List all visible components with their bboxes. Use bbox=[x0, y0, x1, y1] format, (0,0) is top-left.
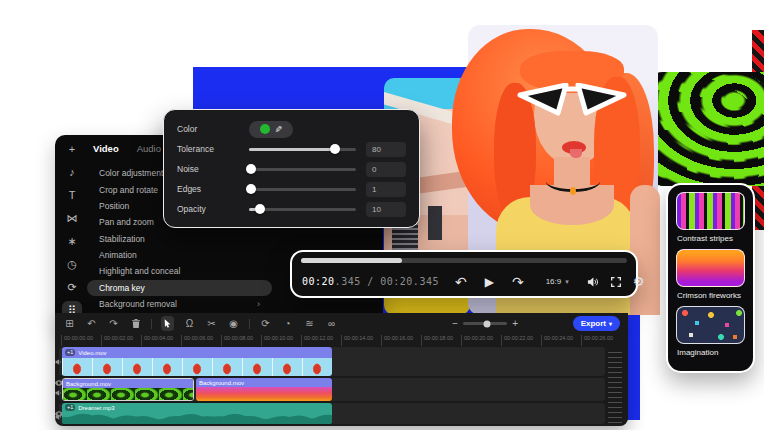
slider-rows: Tolerance80Noise0Edges1Opacity10 bbox=[177, 139, 406, 219]
sidebar-item-label: Stabilization bbox=[99, 234, 145, 244]
slider-thumb[interactable] bbox=[255, 204, 265, 214]
noise-slider[interactable] bbox=[249, 168, 356, 171]
slider-value[interactable]: 1 bbox=[366, 182, 406, 197]
add-to-timeline-icon[interactable]: ⊞ bbox=[63, 316, 76, 331]
mute-track-icon[interactable] bbox=[55, 351, 62, 369]
zoom-in-icon[interactable]: + bbox=[512, 318, 518, 329]
slider-thumb[interactable] bbox=[330, 144, 340, 154]
select-tool-icon[interactable] bbox=[161, 316, 174, 331]
zoom-slider[interactable] bbox=[463, 322, 507, 325]
clip-label: Video.mov bbox=[78, 350, 106, 356]
mute-track-icon[interactable] bbox=[55, 382, 62, 400]
audio-levels-icon[interactable]: ≋ bbox=[303, 316, 316, 331]
slider-label: Opacity bbox=[177, 204, 249, 214]
zoom-out-icon[interactable]: − bbox=[452, 318, 458, 329]
model-pendant bbox=[570, 187, 576, 195]
slider-value[interactable]: 80 bbox=[366, 142, 406, 157]
ruler-timestamp: 00:00:12.00 bbox=[301, 335, 341, 346]
clip-filmstrip bbox=[196, 387, 332, 401]
sidebar-item-chroma-key[interactable]: Chroma key bbox=[87, 280, 272, 296]
chevron-down-icon: ▾ bbox=[565, 278, 569, 286]
effect-card-imagination[interactable]: Imagination bbox=[676, 306, 745, 357]
effects-panel: Contrast stripesCrimson fireworksImagina… bbox=[666, 183, 755, 373]
text-icon[interactable]: T bbox=[62, 186, 82, 204]
color-swatch[interactable] bbox=[260, 124, 270, 134]
clip-header: +1 Dreamer.mp3 bbox=[62, 403, 332, 412]
effects-icon[interactable]: ∗ bbox=[62, 232, 82, 250]
transitions-icon[interactable]: ⋈ bbox=[62, 209, 82, 227]
time-display: 00:20.345 / 00:20.345 bbox=[302, 276, 439, 287]
audio-clip[interactable]: +1 Dreamer.mp3 bbox=[62, 403, 332, 424]
building-window bbox=[428, 206, 442, 240]
redo-icon[interactable]: ↷ bbox=[107, 316, 120, 331]
clip-label: Background.mov bbox=[199, 380, 244, 386]
marker-icon[interactable]: ◉ bbox=[227, 316, 240, 331]
sidebar-item-label: Animation bbox=[99, 250, 137, 260]
delete-icon[interactable] bbox=[129, 316, 142, 331]
marketing-composition: +♪T⋈∗◷⟳⠿ VideoAudio Color adjustmentsCro… bbox=[0, 0, 764, 430]
aspect-ratio-selector[interactable]: 16:9 ▾ bbox=[546, 277, 569, 286]
sidebar-item-animation[interactable]: Animation bbox=[87, 247, 272, 263]
speed-icon[interactable]: ◔ bbox=[281, 316, 294, 331]
slider-value[interactable]: 10 bbox=[366, 202, 406, 217]
play-button[interactable]: ▶ bbox=[485, 276, 494, 288]
chevron-right-icon: › bbox=[257, 299, 260, 309]
background-clip[interactable]: Background.mov bbox=[62, 378, 194, 401]
mute-track-icon[interactable] bbox=[55, 406, 62, 424]
edges-slider[interactable] bbox=[249, 188, 356, 191]
split-icon[interactable]: ✂ bbox=[205, 316, 218, 331]
seek-bar[interactable] bbox=[301, 258, 627, 263]
timeline-ruler[interactable]: 00:00:00.0000:00:02.0000:00:04.0000:00:0… bbox=[61, 335, 621, 346]
ruler-timestamp: 00:00:20.00 bbox=[461, 335, 501, 346]
volume-icon[interactable] bbox=[587, 277, 598, 287]
eyedropper-icon[interactable]: ✎ bbox=[273, 125, 283, 133]
sidebar-item-label: Chroma key bbox=[99, 283, 145, 293]
effect-card-crimson-fireworks[interactable]: Crimson fireworks bbox=[676, 249, 745, 300]
add-media-icon[interactable]: + bbox=[62, 140, 82, 158]
slider-fill bbox=[249, 148, 335, 151]
sidebar-item-label: Background removal bbox=[99, 299, 177, 309]
sidebar-item-background-removal[interactable]: Background removal› bbox=[87, 296, 272, 312]
zoom-slider-thumb[interactable] bbox=[484, 320, 491, 327]
track-controls bbox=[55, 406, 62, 430]
undo-icon[interactable]: ↶ bbox=[85, 316, 98, 331]
magnet-icon[interactable]: Ω bbox=[183, 316, 196, 331]
slider-row-edges: Edges1 bbox=[177, 179, 406, 199]
rotate-clip-icon[interactable]: ⟳ bbox=[259, 316, 272, 331]
sidebar-item-stabilization[interactable]: Stabilization bbox=[87, 231, 272, 247]
effect-thumbnail[interactable] bbox=[676, 192, 745, 230]
tab-video[interactable]: Video bbox=[93, 143, 119, 154]
detach-audio-icon[interactable]: ∞ bbox=[325, 316, 338, 331]
video-clip[interactable]: +1 Video.mov bbox=[62, 347, 332, 376]
slider-thumb[interactable] bbox=[246, 184, 256, 194]
effect-label: Crimson fireworks bbox=[677, 291, 745, 300]
ruler-timestamp: 00:00:18.00 bbox=[421, 335, 461, 346]
sidebar-item-label: Pan and zoom bbox=[99, 217, 154, 227]
model-tongue bbox=[570, 149, 582, 158]
duration-icon[interactable]: ◷ bbox=[62, 255, 82, 273]
effect-thumbnail[interactable] bbox=[676, 249, 745, 287]
undo-icon[interactable]: ↶ bbox=[455, 275, 467, 289]
settings-icon[interactable]: ⚙ bbox=[633, 275, 645, 288]
tool-rail: +♪T⋈∗◷⟳⠿ bbox=[59, 140, 85, 319]
redo-icon[interactable]: ↷ bbox=[512, 275, 524, 289]
fullscreen-icon[interactable] bbox=[611, 277, 621, 287]
effect-thumbnail[interactable] bbox=[676, 306, 745, 344]
effect-card-contrast-stripes[interactable]: Contrast stripes bbox=[676, 192, 745, 243]
rotate-icon[interactable]: ⟳ bbox=[62, 278, 82, 296]
sidebar-item-highlight-and-conceal[interactable]: Highlight and conceal bbox=[87, 263, 272, 279]
audio-icon[interactable]: ♪ bbox=[62, 163, 82, 181]
ruler-timestamp: 00:00:06.00 bbox=[181, 335, 221, 346]
background-clip[interactable]: Background.mov bbox=[196, 378, 332, 401]
opacity-slider[interactable] bbox=[249, 208, 356, 211]
ruler-timestamp: 00:00:02.00 bbox=[101, 335, 141, 346]
export-button[interactable]: Export ▾ bbox=[573, 316, 620, 331]
slider-thumb[interactable] bbox=[246, 164, 256, 174]
sidebar-item-label: Position bbox=[99, 201, 129, 211]
ruler-timestamp: 00:00:04.00 bbox=[141, 335, 181, 346]
color-picker-pill[interactable]: ✎ bbox=[249, 121, 293, 138]
tolerance-slider[interactable] bbox=[249, 148, 356, 151]
slider-value[interactable]: 0 bbox=[366, 162, 406, 177]
slider-label: Noise bbox=[177, 164, 249, 174]
tab-audio[interactable]: Audio bbox=[137, 143, 161, 154]
